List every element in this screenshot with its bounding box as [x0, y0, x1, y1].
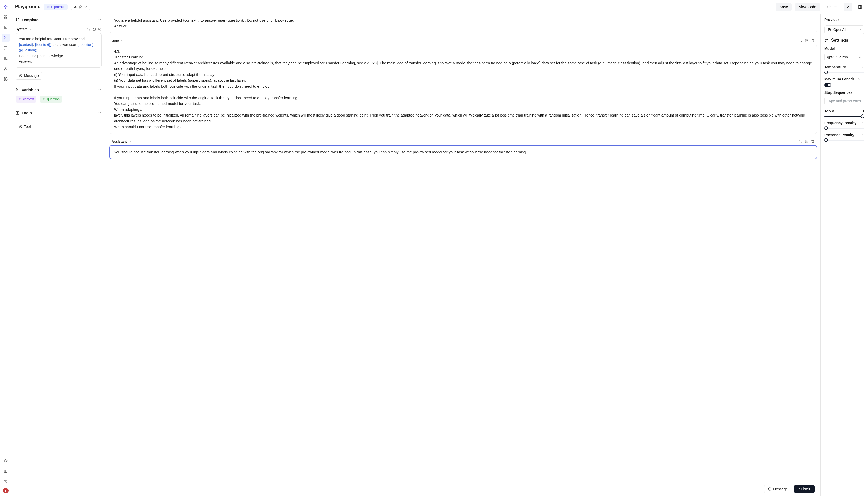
braces-icon	[16, 18, 20, 22]
topbar: Playground test_prompt v0 Save View Code…	[11, 0, 868, 14]
system-label: System	[16, 27, 27, 31]
chevron-down-icon	[98, 18, 102, 22]
temperature-slider[interactable]	[824, 71, 864, 73]
tools-header[interactable]: Tools	[11, 107, 106, 119]
education-icon[interactable]	[2, 457, 10, 465]
add-message-button[interactable]: Message	[16, 72, 42, 80]
top-p-slider[interactable]	[824, 115, 864, 117]
chat-icon[interactable]	[2, 44, 10, 52]
template-header[interactable]: Template	[11, 14, 106, 26]
svg-point-6	[5, 79, 6, 80]
system-rendered-box[interactable]: You are a helpful assistant. Use provide…	[110, 14, 817, 33]
svg-rect-10	[858, 5, 862, 8]
svg-point-12	[93, 28, 94, 29]
user-icon[interactable]	[2, 65, 10, 73]
page-title: Playground	[15, 4, 41, 10]
avatar[interactable]: T	[3, 488, 9, 493]
function-icon	[16, 111, 20, 115]
copy-icon[interactable]	[98, 27, 102, 31]
presence-penalty-slider[interactable]	[824, 139, 864, 141]
collapse-icon[interactable]	[799, 39, 802, 42]
expand-icon[interactable]	[844, 3, 852, 11]
image-icon[interactable]	[805, 140, 809, 143]
image-icon[interactable]	[92, 27, 96, 31]
chevron-down-icon	[84, 5, 87, 9]
provider-label: Provider	[824, 18, 864, 22]
svg-point-20	[806, 141, 806, 141]
chevron-down-icon	[858, 56, 862, 59]
freq-penalty-label: Frequency Penalty	[824, 121, 857, 125]
max-length-toggle[interactable]	[824, 83, 831, 87]
settings-panel: Provider OpenAI Settings Model gpt-3.5-t…	[820, 14, 868, 496]
stop-sequences-label: Stop Sequences	[824, 90, 864, 95]
variable-context-chip[interactable]: context	[16, 96, 36, 103]
nav-rail: T	[0, 0, 11, 496]
freq-penalty-slider[interactable]	[824, 127, 864, 129]
assistant-role-label: Assistant	[112, 140, 127, 143]
variables-title: Variables	[22, 88, 39, 92]
trash-icon[interactable]	[811, 140, 815, 143]
plus-icon	[19, 125, 22, 128]
edit-icon	[42, 97, 45, 101]
add-message-button[interactable]: Message	[764, 485, 792, 493]
presence-penalty-value: 0	[862, 133, 864, 137]
presence-penalty-label: Presence Penalty	[824, 133, 854, 137]
collapse-icon[interactable]	[87, 27, 90, 31]
edit-icon	[18, 97, 21, 101]
resize-handle-icon[interactable]: ⋮⋮	[105, 112, 107, 117]
grid-icon[interactable]	[2, 13, 10, 21]
download-icon[interactable]	[2, 467, 10, 475]
star-icon	[79, 5, 82, 9]
temperature-value: 0	[862, 65, 864, 69]
user-role-label: User	[112, 39, 119, 43]
trash-icon[interactable]	[811, 39, 815, 42]
svg-rect-1	[6, 16, 7, 17]
svg-rect-2	[4, 17, 5, 19]
version-label: v0	[74, 5, 77, 9]
top-p-value: 1	[862, 109, 864, 113]
provider-select[interactable]: OpenAI	[824, 25, 864, 34]
prompt-name-tag[interactable]: test_prompt	[44, 4, 68, 10]
variable-question-chip[interactable]: question	[40, 96, 62, 103]
model-select[interactable]: gpt-3.5-turbo	[824, 53, 864, 61]
chevron-down-icon[interactable]	[128, 140, 132, 143]
chevron-down-icon	[858, 28, 862, 32]
collapse-icon[interactable]	[799, 140, 802, 143]
top-p-label: Top P	[824, 109, 834, 113]
stop-sequences-input[interactable]: Type and press enter	[824, 97, 864, 105]
panel-toggle-icon[interactable]	[856, 3, 864, 11]
add-tool-button[interactable]: Tool	[16, 123, 34, 130]
chevron-down-icon	[98, 111, 102, 115]
template-panel: Template System	[11, 14, 106, 496]
system-template-box[interactable]: You are a helpful assistant. Use provide…	[16, 33, 102, 68]
logo-icon[interactable]	[2, 3, 10, 11]
temperature-label: Temperature	[824, 65, 846, 69]
terminal-icon[interactable]	[2, 34, 10, 42]
svg-rect-0	[4, 16, 5, 17]
svg-point-18	[806, 40, 806, 41]
openai-icon	[827, 28, 831, 32]
sliders-icon	[824, 38, 829, 43]
max-length-value: 256	[858, 77, 864, 81]
version-select[interactable]: v0	[71, 4, 90, 10]
chevron-down-icon[interactable]	[29, 28, 32, 31]
conversation-panel: ⋮⋮ You are a helpful assistant. Use prov…	[106, 14, 820, 496]
chevron-down-icon[interactable]	[121, 39, 124, 42]
image-icon[interactable]	[805, 39, 809, 42]
share-button: Share	[823, 3, 841, 11]
tree-icon[interactable]	[2, 23, 10, 32]
freq-penalty-value: 0	[862, 121, 864, 125]
view-code-button[interactable]: View Code	[795, 3, 820, 11]
submit-button[interactable]: Submit	[794, 485, 815, 493]
variables-header[interactable]: Variables	[11, 84, 106, 96]
model-label: Model	[824, 46, 864, 51]
gear-icon[interactable]	[2, 75, 10, 83]
variable-icon	[16, 88, 20, 92]
save-button[interactable]: Save	[776, 3, 792, 11]
max-length-label: Maximum Length	[824, 77, 854, 81]
search-list-icon[interactable]	[2, 54, 10, 63]
user-message-box[interactable]: 4.3. Transfer Learning An advantage of h…	[110, 45, 817, 134]
conversation-footer: Message Submit	[106, 482, 820, 496]
external-link-icon[interactable]	[2, 477, 10, 486]
assistant-message-box[interactable]: You should not use transfer learning whe…	[110, 145, 817, 159]
